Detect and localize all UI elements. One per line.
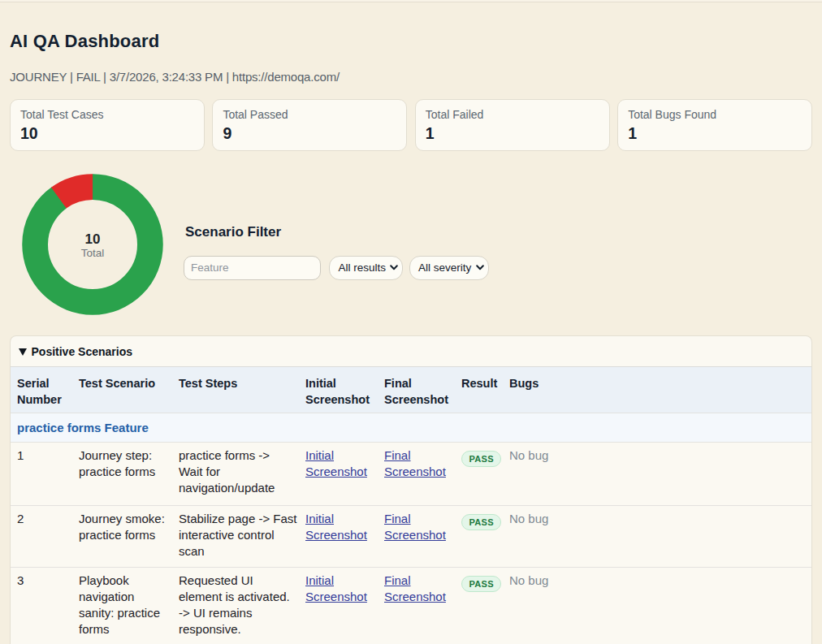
svg-text:10: 10: [85, 231, 101, 247]
svg-text:Total: Total: [81, 247, 105, 259]
